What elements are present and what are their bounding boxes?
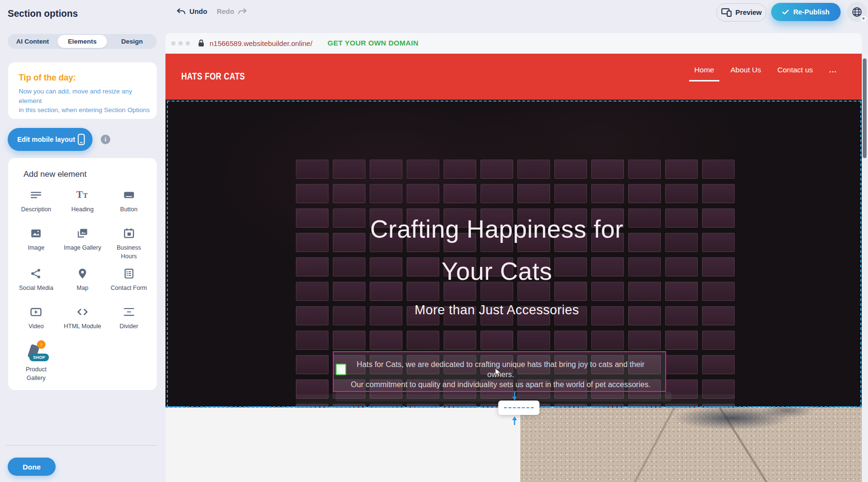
business-hours-icon [123, 226, 135, 241]
description-icon [30, 188, 42, 202]
nav-contact-us[interactable]: Contact us [777, 66, 813, 74]
row-highlight-overlay-2 [336, 392, 671, 402]
element-image[interactable]: Image [13, 226, 59, 261]
hero-tile [702, 233, 735, 252]
product-gallery-icon: ↑ SHOP [25, 343, 47, 362]
hero-section[interactable]: Crafting Happiness for Your Cats More th… [165, 100, 862, 407]
hero-tile [517, 184, 550, 203]
button-icon [123, 188, 135, 202]
done-button[interactable]: Done [8, 458, 56, 476]
upload-arrow-badge: ↑ [37, 340, 46, 349]
site-url[interactable]: n1566589.websitebuilder.online/ [210, 39, 312, 47]
nav-home[interactable]: Home [694, 66, 714, 74]
hero-tile [407, 184, 439, 203]
app-window: Section options Undo Redo Preview Re-Pub… [0, 0, 868, 482]
site-logo: HATS FOR CATS [181, 71, 245, 82]
redo-label: Redo [217, 8, 234, 15]
scrollbar-thumb[interactable] [863, 58, 867, 158]
element-description[interactable]: Description [13, 188, 59, 220]
hero-tile [591, 331, 624, 350]
hero-tile [444, 331, 476, 350]
element-heading[interactable]: TT Heading [59, 188, 106, 220]
hero-tile [481, 160, 513, 179]
hero-tile [444, 160, 476, 179]
hero-tile [333, 331, 365, 350]
hero-tile [554, 331, 587, 350]
hero-tile [554, 160, 587, 179]
tip-of-the-day-card: Tip of the day: Now you can add, move an… [8, 62, 157, 119]
hero-tile [665, 355, 698, 374]
image-gallery-icon [76, 226, 89, 241]
lock-icon [198, 39, 204, 49]
hero-tile [296, 184, 328, 203]
info-icon[interactable]: i [101, 135, 110, 144]
element-map[interactable]: Map [59, 266, 106, 299]
element-grid: Description TT Heading Button Image Imag… [13, 188, 152, 382]
element-html-module[interactable]: HTML Module [59, 305, 106, 337]
hero-tile [370, 331, 402, 350]
hero-subheading[interactable]: More than Just Accessories [305, 303, 689, 318]
element-button[interactable]: Button [106, 188, 152, 220]
page-scrollbar [862, 54, 868, 482]
section-resize-handle[interactable] [498, 401, 540, 415]
republish-button[interactable]: Re-Publish [771, 3, 841, 21]
browser-chrome: n1566589.websitebuilder.online/ GET YOUR… [165, 33, 862, 54]
site-nav: Home About Us Contact us ... [694, 60, 837, 80]
hero-tile [702, 257, 735, 276]
hero-tile [702, 160, 735, 179]
phone-icon [78, 134, 85, 145]
element-contact-form[interactable]: Contact Form [106, 266, 152, 299]
divider-icon [123, 305, 135, 319]
floor-photo [520, 408, 862, 482]
hero-tile [481, 331, 513, 350]
element-video[interactable]: Video [13, 305, 59, 337]
nav-about-us[interactable]: About Us [730, 66, 761, 74]
hero-tile [370, 184, 402, 203]
edit-mobile-label: Edit mobile layout [17, 136, 75, 143]
code-icon [76, 305, 89, 319]
element-product-gallery[interactable]: ↑ SHOP Product Gallery [13, 343, 59, 382]
globe-icon [851, 6, 863, 18]
hero-tile [296, 331, 328, 350]
hero-tile [407, 160, 439, 179]
window-dots [171, 41, 190, 46]
add-element-panel: Add new element Description TT Heading B… [8, 158, 157, 390]
hero-tile [444, 184, 476, 203]
hero-tile [517, 160, 550, 179]
hero-heading[interactable]: Crafting Happiness for Your Cats [305, 208, 689, 292]
undo-button[interactable]: Undo [176, 8, 207, 15]
page-title: Section options [8, 8, 78, 19]
hero-tile [665, 331, 698, 350]
hero-tile [333, 184, 365, 203]
hero-tile [628, 160, 661, 179]
element-divider[interactable]: Divider [106, 305, 152, 337]
image-icon [30, 226, 42, 241]
social-media-icon [30, 266, 42, 281]
hero-tile [407, 331, 439, 350]
hero-tile [333, 160, 365, 179]
hero-tile [702, 306, 735, 325]
heading-icon: TT [76, 188, 89, 202]
redo-button[interactable]: Redo [217, 8, 247, 15]
preview-label: Preview [736, 9, 762, 16]
tab-ai-content[interactable]: AI Content [8, 35, 58, 48]
element-social-media[interactable]: Social Media [13, 266, 59, 299]
nav-more[interactable]: ... [829, 66, 837, 74]
preview-button[interactable]: Preview [716, 3, 766, 22]
get-domain-link[interactable]: GET YOUR OWN DOMAIN [328, 39, 419, 47]
hero-tile [665, 160, 698, 179]
hero-tile [702, 355, 735, 374]
tab-design[interactable]: Design [107, 35, 157, 48]
hero-tile [628, 184, 661, 203]
tab-elements[interactable]: Elements [58, 35, 107, 48]
check-icon [782, 10, 789, 15]
element-image-gallery[interactable]: Image Gallery [59, 226, 106, 261]
hero-tile [702, 331, 735, 350]
language-globe-button[interactable] [847, 2, 867, 22]
edit-mobile-layout-button[interactable]: Edit mobile layout [8, 128, 93, 151]
sidebar-divider [6, 445, 157, 446]
tip-title: Tip of the day: [19, 73, 76, 83]
resize-arrow-up-icon [512, 416, 517, 427]
hero-tile [702, 184, 735, 203]
element-business-hours[interactable]: Business Hours [106, 226, 152, 261]
